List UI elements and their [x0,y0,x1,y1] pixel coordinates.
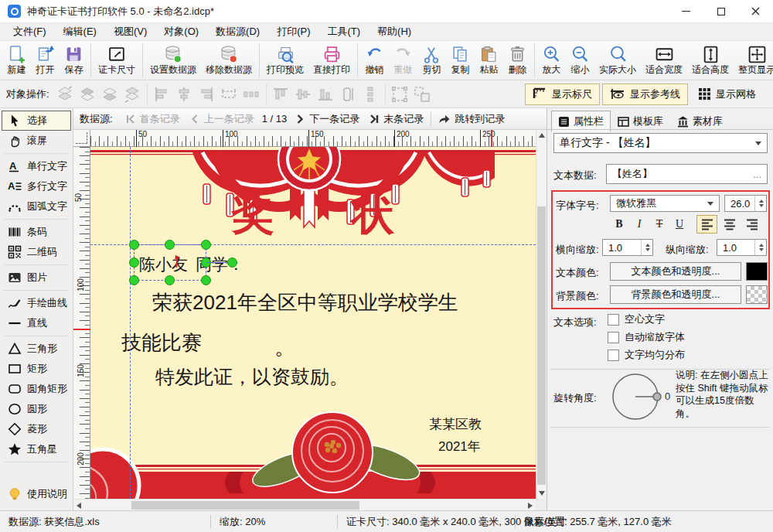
align-center-button[interactable] [173,84,196,105]
maximize-button[interactable] [703,0,738,22]
scroll-left-arrow[interactable] [77,503,81,509]
text-color-button[interactable]: 文本颜色和透明度... [610,262,741,281]
redo-button[interactable]: 重做 [389,42,417,79]
show-ruler-toggle[interactable]: 显示标尺 [525,84,600,105]
selection-handle-s[interactable] [165,275,175,285]
align-left-button[interactable] [151,84,173,105]
tab-template-library[interactable]: 模板库 [611,111,670,131]
strikethrough-button[interactable]: T [650,216,669,233]
align-text-center-button[interactable] [719,215,740,234]
first-record-button[interactable]: 首条记录 [121,112,185,126]
tool-rounded-rectangle[interactable]: 圆角矩形 [2,379,71,399]
fit-width-button[interactable]: 适合宽度 [641,42,687,79]
body-line3-text[interactable]: 特发此证，以资鼓励。 [155,364,349,390]
align-right-button[interactable] [196,84,218,105]
distribute-v-button[interactable] [359,84,382,105]
tab-properties[interactable]: 属性栏 [551,111,611,131]
menu-file[interactable]: 文件(F) [5,23,55,40]
direct-print-button[interactable]: 直接打印 [308,42,355,79]
tool-pan[interactable]: 滚屏 [2,131,71,151]
checkbox-icon[interactable] [608,350,619,361]
year-text[interactable]: 2021年 [438,438,481,455]
set-datasource-button[interactable]: 设置数据源 [145,42,201,79]
bg-color-swatch[interactable] [746,285,768,304]
certificate-page[interactable]: 奖 状 陈小友 同学： 荣获2021年全区中等职业学校学生 技能比赛 。 特发此… [90,147,536,499]
v-scale-spinner[interactable]: 1.0 [717,239,767,256]
zoom-out-button[interactable]: 缩小 [566,42,594,79]
tool-line[interactable]: 直线 [2,313,71,333]
tool-qrcode[interactable]: 二维码 [2,242,71,262]
vertical-scroll-thumb[interactable] [537,206,546,485]
spinner-arrows-icon[interactable] [641,240,650,255]
prev-record-button[interactable]: 上一条记录 [185,112,259,126]
horizontal-scrollbar[interactable] [73,499,536,510]
align-middle-button[interactable] [292,84,315,105]
selection-handle-w[interactable] [129,257,139,268]
menu-print[interactable]: 打印(P) [268,23,318,40]
show-grid-toggle[interactable]: 显示网格 [690,84,764,105]
font-family-dropdown[interactable]: 微软雅黑 [610,195,720,212]
selection-handle-sw[interactable] [129,275,139,285]
checkbox-icon[interactable] [608,314,619,326]
new-button[interactable]: 新建 [2,42,31,79]
selection-box[interactable] [134,244,206,281]
bring-to-front-button[interactable] [54,84,77,105]
tab-material-library[interactable]: 素材库 [670,111,730,131]
scroll-right-arrow[interactable] [528,503,533,509]
spinner-arrows-icon[interactable] [754,240,764,255]
save-button[interactable]: 保存 [60,42,88,79]
fit-height-button[interactable]: 适合高度 [687,42,734,79]
object-selector-dropdown[interactable]: 单行文字 - 【姓名】 [553,133,768,153]
help-button[interactable]: 使用说明 [2,484,71,504]
same-height-button[interactable] [337,84,359,105]
card-size-button[interactable]: 证卡尺寸 [94,42,140,79]
tool-triangle[interactable]: 三角形 [2,339,71,359]
goto-record-button[interactable]: 跳转到记录 [434,112,509,126]
text-data-field[interactable]: 【姓名】 ... [606,164,768,184]
send-backward-button[interactable] [99,84,121,105]
menu-datasource[interactable]: 数据源(D) [207,23,268,40]
group-button[interactable] [389,84,411,105]
even-distribution-option[interactable]: 文字均匀分布 [608,348,685,362]
align-text-right-button[interactable] [741,215,762,234]
whole-page-button[interactable]: 整页显示 [734,42,773,79]
auto-scale-font-option[interactable]: 自动缩放字体 [608,330,685,344]
scroll-down-arrow[interactable] [539,491,545,496]
certificate-title[interactable]: 奖 状 [90,193,536,236]
align-text-left-button[interactable] [696,215,717,234]
copy-button[interactable]: 复制 [446,42,475,79]
cut-button[interactable]: 剪切 [417,42,446,79]
menu-tools[interactable]: 工具(T) [318,23,369,40]
body-line2-period[interactable]: 。 [274,334,295,361]
menu-object[interactable]: 对象(O) [155,23,207,40]
ungroup-button[interactable] [411,84,434,105]
align-bottom-button[interactable] [315,84,337,105]
body-line2-text[interactable]: 技能比赛 [121,329,202,356]
tool-star[interactable]: 五角星 [2,439,71,459]
selection-handle-nw[interactable] [129,240,139,250]
rotation-handle[interactable] [227,257,237,268]
italic-button[interactable]: I [630,216,649,233]
checkbox-icon[interactable] [608,332,619,343]
rotation-dial[interactable] [608,369,665,426]
scroll-up-arrow[interactable] [539,133,545,138]
undo-button[interactable]: 撤销 [360,42,389,79]
bring-forward-button[interactable] [77,84,99,105]
selection-handle-n[interactable] [165,240,175,250]
selection-handle-se[interactable] [201,275,211,285]
text-data-more-button[interactable]: ... [753,169,761,180]
rotation-dial-handle[interactable] [653,393,661,401]
show-guides-toggle[interactable]: 显示参考线 [602,84,688,105]
vertical-scrollbar[interactable] [536,130,547,499]
bg-color-button[interactable]: 背景颜色和透明度... [610,285,741,304]
tool-image[interactable]: 图片 [2,268,71,288]
tool-select[interactable]: 选择 [2,111,71,131]
menu-view[interactable]: 视图(V) [105,23,155,40]
open-button[interactable]: 打开 [31,42,60,79]
tool-diamond[interactable]: 菱形 [2,419,71,439]
selection-handle-ne[interactable] [201,240,211,250]
minimize-button[interactable] [669,0,703,22]
next-record-button[interactable]: 下一条记录 [290,112,364,126]
font-size-spinner[interactable]: 26.0 [724,195,767,212]
issuer-text[interactable]: 某某区教 [429,415,482,433]
